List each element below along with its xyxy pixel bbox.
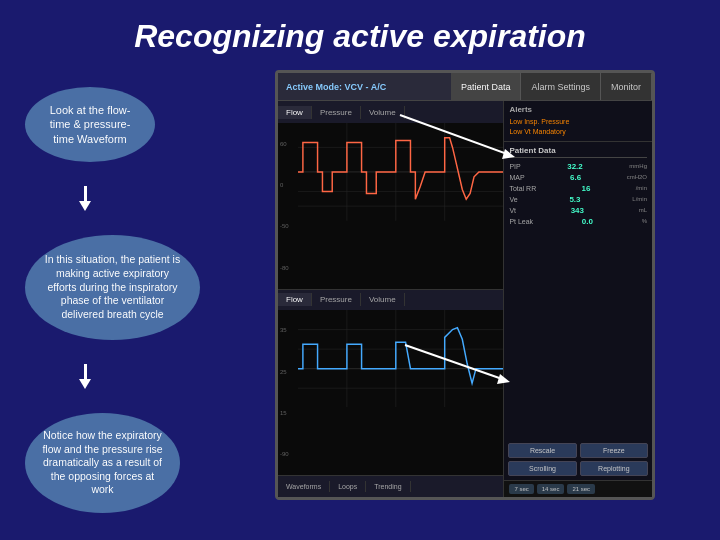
data-row-vt: Vt 343 mL [509,206,647,215]
wf-tab-volume-1[interactable]: Volume [361,106,405,119]
waveform-tabs-bottom: Flow Pressure Volume [278,290,503,310]
content-area: Look at the flow-time & pressure-time Wa… [0,65,720,535]
slide-title: Recognizing active expiration [0,0,720,65]
bottom-tabs: Waveforms Loops Trending [278,475,503,497]
bottom-tab-loops[interactable]: Loops [330,481,366,492]
y-labels-pressure: 35 25 15 -90 [280,310,289,476]
replotting-button[interactable]: Replotting [580,461,648,476]
waveform-area: Flow Pressure Volume 60 0 -50 [278,101,504,497]
tab-alarm-settings[interactable]: Alarm Settings [521,73,601,100]
tab-patient-data[interactable]: Patient Data [451,73,522,100]
wf-tab-flow-1[interactable]: Flow [278,106,312,119]
arrow-2 [75,364,95,389]
bottom-tab-waveforms[interactable]: Waveforms [278,481,330,492]
slide: Recognizing active expiration Look at th… [0,0,720,540]
wf-tab-volume-2[interactable]: Volume [361,293,405,306]
arrow-1 [75,186,95,211]
patient-data-title: Patient Data [509,146,647,158]
scrolling-button[interactable]: Scrolling [508,461,576,476]
callout-box-2: In this situation, the patient is making… [25,235,200,340]
wf-tab-pressure-1[interactable]: Pressure [312,106,361,119]
data-row-map: MAP 6.6 cmH2O [509,173,647,182]
alerts-section: Alerts Low Insp. Pressure Low Vt Mandato… [504,101,652,142]
right-panel: Active Mode: VCV - A/C Patient Data Alar… [220,65,710,535]
data-row-rr: Total RR 16 /min [509,184,647,193]
vent-mode: Active Mode: VCV - A/C [278,78,394,96]
sidebar-right: Alerts Low Insp. Pressure Low Vt Mandato… [504,101,652,497]
flow-waveform-svg [298,123,503,221]
time-btn-7[interactable]: 7 sec [509,484,533,494]
rescale-button[interactable]: Rescale [508,443,576,458]
chart-pressure: 35 25 15 -90 [278,310,503,476]
chart-flow: 60 0 -50 -80 [278,123,503,290]
y-labels-flow: 60 0 -50 -80 [280,123,289,289]
alert-item-2: Low Vt Mandatory [509,127,647,137]
alert-item-1: Low Insp. Pressure [509,117,647,127]
patient-data-section: Patient Data PIP 32.2 mmHg MAP 6.6 cmH2O [504,142,652,439]
time-btn-14[interactable]: 14 sec [537,484,565,494]
time-btn-21[interactable]: 21 sec [567,484,595,494]
left-panel: Look at the flow-time & pressure-time Wa… [10,65,220,535]
callout-box-3: Notice how the expiratory flow and the p… [25,413,180,513]
freeze-button[interactable]: Freeze [580,443,648,458]
alerts-title: Alerts [509,105,647,114]
tab-monitor[interactable]: Monitor [601,73,652,100]
screen-body: Flow Pressure Volume 60 0 -50 [278,101,652,497]
time-controls: 7 sec 14 sec 21 sec [504,480,652,497]
pressure-waveform-svg [298,310,503,408]
bottom-tab-trending[interactable]: Trending [366,481,410,492]
ventilator-screen: Active Mode: VCV - A/C Patient Data Alar… [275,70,655,500]
callout-box-1: Look at the flow-time & pressure-time Wa… [25,87,155,162]
control-buttons: Rescale Freeze Scrolling Replotting [504,439,652,480]
wf-tab-pressure-2[interactable]: Pressure [312,293,361,306]
data-row-pip: PIP 32.2 mmHg [509,162,647,171]
chart-container: 60 0 -50 -80 [278,123,503,475]
data-row-ptleak: Pt Leak 0.0 % [509,217,647,226]
wf-tab-flow-2[interactable]: Flow [278,293,312,306]
data-row-ve: Ve 5.3 L/min [509,195,647,204]
screen-header: Active Mode: VCV - A/C Patient Data Alar… [278,73,652,101]
waveform-tabs-top: Flow Pressure Volume [278,101,503,123]
